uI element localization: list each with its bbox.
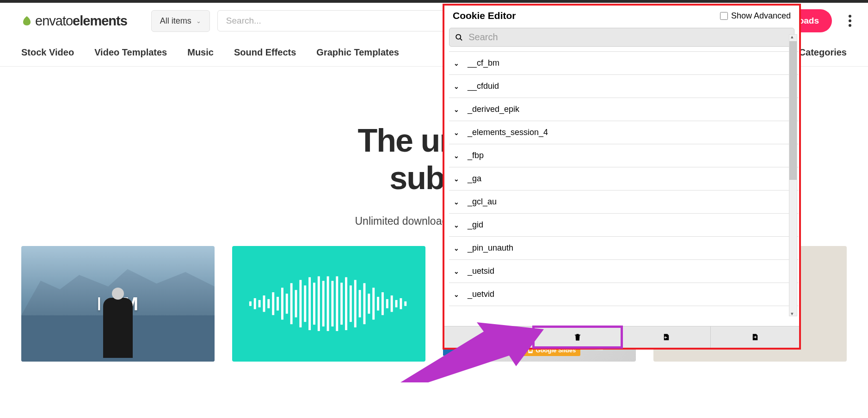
- cookie-search-input[interactable]: [468, 32, 788, 43]
- nav-item-graphic-templates[interactable]: Graphic Templates: [316, 47, 399, 58]
- svg-rect-25: [363, 283, 366, 325]
- svg-rect-34: [404, 301, 406, 306]
- svg-rect-24: [359, 290, 361, 317]
- svg-rect-8: [286, 294, 288, 314]
- category-dropdown[interactable]: All items ⌄: [151, 10, 210, 32]
- cookie-item[interactable]: ⌄_derived_epik: [449, 98, 798, 121]
- cookie-item[interactable]: ⌄_elements_session_4: [449, 121, 798, 144]
- cookie-item[interactable]: ⌄_uetsid: [449, 260, 798, 283]
- svg-rect-14: [313, 283, 315, 325]
- svg-rect-9: [290, 283, 293, 325]
- cookie-editor-header: Cookie Editor Show Advanced: [444, 6, 799, 26]
- cookie-item[interactable]: ⌄_gid: [449, 214, 798, 237]
- svg-rect-26: [368, 294, 370, 314]
- export-cookie-button[interactable]: [711, 326, 799, 348]
- svg-rect-7: [281, 288, 283, 320]
- svg-rect-2: [259, 300, 261, 307]
- dots-icon: [849, 15, 851, 18]
- svg-rect-27: [372, 288, 375, 320]
- svg-rect-6: [277, 297, 279, 311]
- cookie-list[interactable]: ⌄__cf_bm ⌄__cfduid ⌄_derived_epik ⌄_elem…: [449, 51, 798, 326]
- svg-rect-3: [263, 295, 265, 312]
- import-icon: [662, 333, 671, 341]
- cookie-search-container: [449, 28, 794, 47]
- svg-line-41: [460, 38, 462, 40]
- chevron-down-icon: ⌄: [454, 83, 459, 90]
- nav-item-stock-video[interactable]: Stock Video: [21, 47, 74, 58]
- waveform-icon: [246, 272, 411, 336]
- svg-rect-0: [249, 301, 252, 306]
- chevron-down-icon: ⌄: [454, 198, 459, 206]
- export-icon: [751, 333, 759, 341]
- svg-rect-12: [304, 286, 306, 322]
- chevron-down-icon: ⌄: [196, 18, 201, 25]
- cookie-item[interactable]: ⌄_pin_unauth: [449, 237, 798, 260]
- svg-rect-16: [322, 281, 325, 327]
- svg-rect-31: [391, 295, 393, 312]
- chevron-down-icon: ⌄: [454, 152, 459, 160]
- cookie-item[interactable]: ⌄_ga: [449, 167, 798, 191]
- svg-rect-10: [295, 290, 297, 317]
- cookie-editor-popup: Cookie Editor Show Advanced ⌄__cf_bm ⌄__…: [443, 4, 801, 350]
- svg-rect-29: [382, 292, 384, 315]
- add-cookie-button[interactable]: [444, 326, 533, 348]
- svg-rect-32: [395, 300, 398, 307]
- trash-icon: [573, 333, 582, 341]
- svg-rect-20: [340, 283, 343, 325]
- nav-item-sound-effects[interactable]: Sound Effects: [234, 47, 296, 58]
- cookie-editor-title: Cookie Editor: [453, 10, 516, 21]
- svg-rect-33: [400, 298, 402, 309]
- cookie-scrollbar[interactable]: [789, 34, 797, 316]
- show-advanced-checkbox[interactable]: [720, 12, 728, 20]
- svg-rect-1: [254, 298, 256, 309]
- import-cookie-button[interactable]: [622, 326, 711, 348]
- svg-rect-17: [327, 277, 329, 331]
- svg-rect-4: [267, 299, 270, 308]
- svg-rect-18: [332, 281, 334, 327]
- svg-point-40: [456, 34, 461, 39]
- plus-icon: [485, 333, 493, 341]
- svg-rect-22: [350, 286, 352, 322]
- svg-rect-28: [377, 297, 379, 311]
- delete-cookie-button[interactable]: [533, 326, 622, 348]
- more-menu-button[interactable]: [846, 12, 854, 30]
- cookie-item[interactable]: ⌄_fbp: [449, 144, 798, 167]
- card-stock-video[interactable]: I AM: [21, 246, 215, 362]
- svg-rect-11: [299, 280, 302, 328]
- chevron-down-icon: ⌄: [454, 175, 459, 183]
- leaf-icon: [21, 15, 32, 26]
- svg-rect-13: [308, 277, 311, 330]
- person-silhouette: [103, 298, 133, 358]
- logo-text: envatoelements: [35, 13, 127, 29]
- chevron-down-icon: ⌄: [454, 268, 459, 275]
- svg-rect-5: [272, 292, 274, 315]
- svg-rect-15: [318, 277, 320, 331]
- svg-rect-21: [345, 277, 347, 330]
- show-advanced-toggle[interactable]: Show Advanced: [720, 11, 791, 21]
- svg-rect-30: [386, 299, 388, 308]
- scrollbar-thumb[interactable]: [789, 41, 797, 180]
- chevron-down-icon: ⌄: [454, 291, 459, 298]
- svg-rect-23: [354, 280, 357, 328]
- chevron-down-icon: ⌄: [454, 106, 459, 113]
- chevron-down-icon: ⌄: [454, 245, 459, 252]
- svg-rect-19: [336, 277, 338, 331]
- show-advanced-label: Show Advanced: [731, 11, 791, 21]
- chevron-down-icon: ⌄: [454, 129, 459, 136]
- chevron-down-icon: ⌄: [454, 221, 459, 229]
- cookie-item[interactable]: ⌄_uetvid: [449, 283, 798, 306]
- cookie-item[interactable]: ⌄__cf_bm: [449, 52, 798, 75]
- nav-item-music[interactable]: Music: [187, 47, 214, 58]
- nav-item-video-templates[interactable]: Video Templates: [94, 47, 167, 58]
- search-icon: [455, 33, 463, 42]
- cookie-item[interactable]: ⌄_gcl_au: [449, 191, 798, 214]
- cookie-toolbar: [444, 326, 799, 348]
- chevron-down-icon: ⌄: [454, 60, 459, 67]
- category-label: All items: [160, 16, 191, 26]
- cookie-item[interactable]: ⌄__cfduid: [449, 75, 798, 98]
- logo[interactable]: envatoelements: [21, 13, 127, 29]
- card-audio[interactable]: [232, 246, 425, 362]
